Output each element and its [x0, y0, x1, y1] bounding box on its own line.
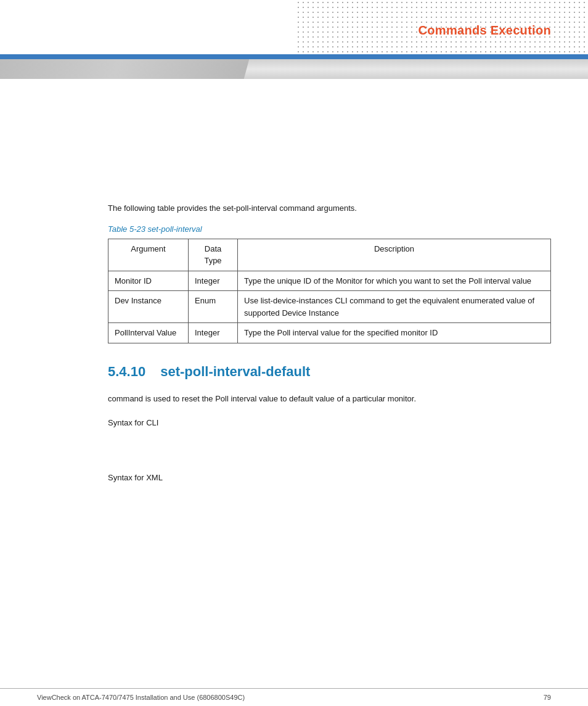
page-footer: ViewCheck on ATCA-7470/7475 Installation… — [0, 688, 588, 706]
header-white-bg — [0, 0, 296, 54]
table-header-row: Argument Data Type Description — [108, 239, 551, 271]
cell-argument-0: Monitor ID — [108, 271, 189, 291]
table-row: PollInterval Value Integer Type the Poll… — [108, 323, 551, 343]
cell-argument-2: PollInterval Value — [108, 323, 189, 343]
body-paragraph-1: command is used to reset the Poll interv… — [108, 393, 551, 406]
section-title: set-poll-interval-default — [160, 364, 310, 379]
col-header-datatype: Data Type — [189, 239, 238, 271]
cell-description-1: Use list-device-instances CLI command to… — [238, 291, 551, 323]
intro-paragraph: The following table provides the set-pol… — [108, 202, 551, 215]
page-title: Commands Execution — [419, 23, 551, 38]
syntax-cli-label: Syntax for CLI — [108, 418, 551, 427]
footer-left-text: ViewCheck on ATCA-7470/7475 Installation… — [37, 694, 245, 701]
table-row: Dev Instance Enum Use list-device-instan… — [108, 291, 551, 323]
col-header-description: Description — [238, 239, 551, 271]
cell-datatype-2: Integer — [189, 323, 238, 343]
cell-datatype-0: Integer — [189, 271, 238, 291]
table-caption: Table 5-23 set-poll-interval — [108, 224, 551, 234]
table-row: Monitor ID Integer Type the unique ID of… — [108, 271, 551, 291]
main-content: The following table provides the set-pol… — [0, 79, 588, 509]
cell-datatype-1: Enum — [189, 291, 238, 323]
cell-description-0: Type the unique ID of the Monitor for wh… — [238, 271, 551, 291]
cell-description-2: Type the Poll interval value for the spe… — [238, 323, 551, 343]
footer-page-number: 79 — [544, 694, 551, 701]
syntax-xml-label: Syntax for XML — [108, 473, 551, 482]
arguments-table: Argument Data Type Description Monitor I… — [108, 239, 551, 343]
gray-decorative-bar — [0, 59, 588, 79]
col-header-argument: Argument — [108, 239, 189, 271]
section-heading: 5.4.10set-poll-interval-default — [108, 363, 551, 381]
cell-argument-1: Dev Instance — [108, 291, 189, 323]
blue-divider-bar — [0, 54, 588, 59]
page-header: Commands Execution — [0, 0, 588, 54]
body-text-part1: command is used to reset the Poll interv… — [108, 394, 416, 403]
section-number: 5.4.10 — [108, 364, 145, 379]
